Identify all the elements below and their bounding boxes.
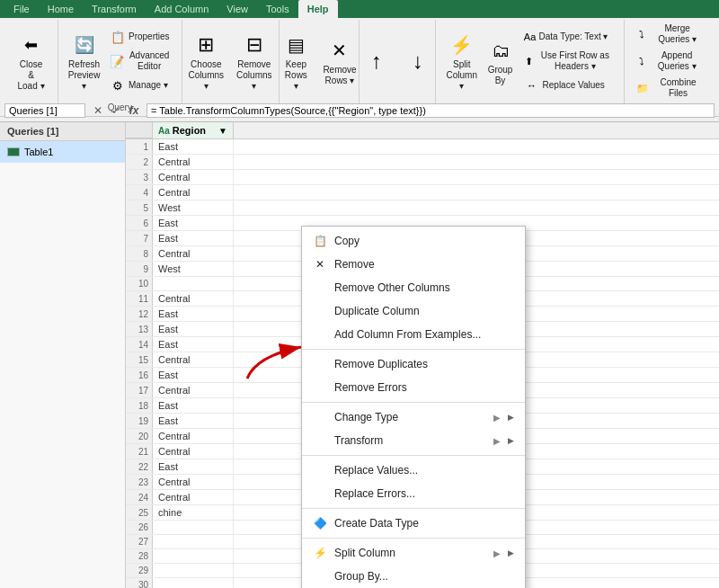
row-number: 24 bbox=[126, 490, 153, 504]
formula-fx-button[interactable]: fx bbox=[126, 102, 142, 119]
context-menu-item-replace-values[interactable]: Replace Values... bbox=[302, 459, 525, 482]
refresh-preview-button[interactable]: 🔄 RefreshPreview ▾ bbox=[64, 29, 104, 94]
col-sort-icon: ▼ bbox=[218, 126, 227, 136]
tab-help[interactable]: Help bbox=[298, 0, 338, 18]
merge-queries-button[interactable]: ⤵ Merge Queries ▾ bbox=[632, 22, 707, 47]
sort-asc-button[interactable]: ↑ bbox=[357, 45, 396, 77]
ribbon-group-sort: ↑ ↓ Sort bbox=[360, 20, 436, 114]
row-number: 19 bbox=[126, 414, 153, 428]
row-number: 7 bbox=[126, 231, 153, 245]
replace-values-button[interactable]: ↔ Replace Values bbox=[520, 76, 617, 95]
combine-files-button[interactable]: 📁 Combine Files bbox=[632, 76, 707, 101]
use-first-row-button[interactable]: ⬆ Use First Row as Headers ▾ bbox=[520, 49, 617, 74]
data-type-button[interactable]: Aa Data Type: Text ▾ bbox=[520, 27, 617, 47]
row-number: 9 bbox=[126, 262, 153, 276]
data-type-icon: Aa bbox=[524, 29, 537, 45]
cell-region: Central bbox=[153, 383, 234, 397]
split-column-label: SplitColumn ▾ bbox=[447, 59, 477, 92]
submenu-arrow-change-type: ▶ bbox=[493, 413, 501, 423]
context-menu-icon-remove: ✕ bbox=[313, 257, 327, 272]
cell-region: Central bbox=[153, 291, 234, 306]
row-number: 4 bbox=[126, 185, 153, 200]
context-menu-icon-split-column: ⚡ bbox=[313, 546, 327, 560]
group-by-label: GroupBy bbox=[488, 65, 513, 86]
context-menu-separator bbox=[302, 538, 525, 539]
row-number: 1 bbox=[126, 139, 153, 154]
combine-files-icon: 📁 bbox=[635, 80, 650, 96]
use-first-row-label: Use First Row as Headers ▾ bbox=[537, 50, 613, 72]
col-header-region[interactable]: Aa Region ▼ bbox=[153, 122, 234, 138]
properties-button[interactable]: 📋 Properties bbox=[106, 27, 175, 47]
advanced-editor-label: Advanced Editor bbox=[127, 50, 172, 72]
row-number: 22 bbox=[126, 459, 153, 474]
tab-file[interactable]: File bbox=[4, 0, 39, 18]
remove-columns-button[interactable]: ⊟ RemoveColumns ▾ bbox=[231, 29, 277, 94]
context-menu-item-change-type[interactable]: Change Type▶ bbox=[302, 405, 525, 429]
cell-region: Central bbox=[153, 444, 234, 459]
cell-region: West bbox=[153, 262, 234, 276]
cell-region: Central bbox=[153, 170, 234, 184]
row-number: 28 bbox=[126, 549, 153, 563]
cell-region: East bbox=[153, 414, 234, 428]
context-menu-item-add-column-from-examples[interactable]: Add Column From Examples... bbox=[302, 323, 525, 346]
table-icon bbox=[7, 147, 20, 156]
context-menu-item-remove[interactable]: ✕Remove bbox=[302, 253, 525, 276]
context-menu-item-transform[interactable]: Transform▶ bbox=[302, 429, 525, 452]
context-menu-item-create-data-type[interactable]: 🔷Create Data Type bbox=[302, 512, 525, 535]
context-menu-item-duplicate-column[interactable]: Duplicate Column bbox=[302, 299, 525, 323]
remove-rows-label: RemoveRows ▾ bbox=[323, 65, 356, 86]
query-item-table1[interactable]: Table1 bbox=[0, 141, 125, 163]
manage-button[interactable]: ⚙ Manage ▾ bbox=[106, 76, 175, 95]
sort-desc-button[interactable]: ↓ bbox=[398, 45, 438, 77]
table-row: 5West bbox=[126, 200, 719, 216]
context-menu-icon-copy: 📋 bbox=[313, 234, 327, 248]
context-menu-item-remove-duplicates[interactable]: Remove Duplicates bbox=[302, 352, 525, 376]
context-menu-separator bbox=[302, 455, 525, 456]
tab-view[interactable]: View bbox=[217, 0, 257, 18]
context-menu-icon-create-data-type: 🔷 bbox=[313, 516, 327, 530]
grid-header-row: Aa Region ▼ bbox=[126, 122, 719, 139]
choose-columns-icon: ⊞ bbox=[191, 31, 220, 59]
data-type-label: Data Type: Text ▾ bbox=[539, 31, 608, 42]
cell-region bbox=[153, 578, 234, 588]
context-menu-item-group-by[interactable]: Group By... bbox=[302, 565, 525, 588]
append-queries-button[interactable]: ⤵ Append Queries ▾ bbox=[632, 49, 707, 74]
row-number: 10 bbox=[126, 277, 153, 290]
remove-columns-label: RemoveColumns ▾ bbox=[236, 59, 271, 92]
context-menu-item-remove-errors[interactable]: Remove Errors bbox=[302, 376, 525, 399]
split-column-button[interactable]: ⚡ SplitColumn ▾ bbox=[443, 29, 481, 94]
context-menu-item-copy[interactable]: 📋Copy bbox=[302, 229, 525, 253]
main-area: Queries [1] Table1 Aa Region ▼ 1East2Cen… bbox=[0, 122, 719, 588]
grid-area: Aa Region ▼ 1East2Central3Central4Centra… bbox=[126, 122, 719, 588]
context-menu-item-replace-errors[interactable]: Replace Errors... bbox=[302, 482, 525, 505]
name-box[interactable] bbox=[4, 103, 85, 118]
formula-input[interactable] bbox=[146, 103, 715, 118]
tab-transform[interactable]: Transform bbox=[83, 0, 146, 18]
group-by-button[interactable]: 🗂 GroupBy bbox=[483, 34, 519, 88]
remove-rows-button[interactable]: ✕ RemoveRows ▾ bbox=[318, 34, 362, 88]
context-menu-item-split-column[interactable]: ⚡Split Column▶ bbox=[302, 541, 525, 565]
close-load-button[interactable]: ⬅ Close &Load ▾ bbox=[12, 29, 51, 94]
properties-label: Properties bbox=[129, 31, 170, 42]
keep-rows-button[interactable]: ▤ KeepRows ▾ bbox=[276, 29, 315, 94]
formula-confirm-button[interactable]: ✓ bbox=[108, 102, 124, 119]
context-menu-label-group-by: Group By... bbox=[334, 570, 514, 583]
context-menu-label-split-column: Split Column bbox=[334, 547, 486, 559]
advanced-editor-button[interactable]: 📝 Advanced Editor bbox=[106, 49, 175, 74]
cell-region: East bbox=[153, 337, 234, 352]
cell-region: East bbox=[153, 459, 234, 474]
tab-home[interactable]: Home bbox=[39, 0, 83, 18]
formula-cancel-button[interactable]: ✕ bbox=[90, 102, 106, 119]
remove-columns-icon: ⊟ bbox=[240, 31, 269, 59]
choose-columns-button[interactable]: ⊞ ChooseColumns ▾ bbox=[183, 29, 229, 94]
cell-region bbox=[153, 521, 234, 534]
row-number: 25 bbox=[126, 505, 153, 520]
tab-add-column[interactable]: Add Column bbox=[146, 0, 218, 18]
context-menu-label-change-type: Change Type bbox=[334, 411, 486, 423]
context-menu-item-remove-other-columns[interactable]: Remove Other Columns bbox=[302, 276, 525, 299]
context-menu-icon-group-by bbox=[313, 569, 327, 584]
row-number: 17 bbox=[126, 383, 153, 397]
cell-region bbox=[153, 535, 234, 548]
tab-tools[interactable]: Tools bbox=[257, 0, 298, 18]
row-number: 3 bbox=[126, 170, 153, 184]
